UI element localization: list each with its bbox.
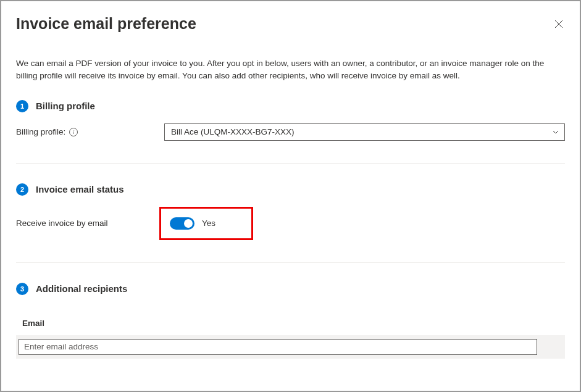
step-number-2: 2: [16, 183, 28, 196]
email-column-label: Email: [16, 311, 565, 335]
billing-profile-title: Billing profile: [36, 101, 95, 111]
toggle-value-text: Yes: [202, 219, 215, 228]
billing-profile-section: 1 Billing profile Billing profile: i Bil…: [1, 95, 580, 146]
chevron-down-icon: [552, 128, 559, 136]
page-title: Invoice email preference: [16, 15, 196, 33]
toggle-knob: [184, 219, 193, 228]
billing-profile-dropdown[interactable]: Bill Ace (ULQM-XXXX-BG7-XXX): [164, 123, 565, 141]
highlight-box: Yes: [159, 207, 253, 240]
billing-profile-label: Billing profile:: [16, 127, 65, 136]
email-input[interactable]: [19, 339, 537, 355]
info-icon[interactable]: i: [69, 128, 78, 136]
email-input-row: [16, 335, 565, 359]
receive-invoice-label: Receive invoice by email: [16, 219, 159, 228]
additional-recipients-section: 3 Additional recipients: [1, 278, 580, 311]
divider: [16, 163, 565, 164]
close-icon: [554, 20, 563, 28]
close-button[interactable]: [553, 18, 565, 30]
step-number-3: 3: [16, 283, 28, 295]
invoice-email-status-section: 2 Invoice email status Receive invoice b…: [1, 178, 580, 245]
description-text: We can email a PDF version of your invoi…: [1, 38, 580, 95]
billing-profile-value: Bill Ace (ULQM-XXXX-BG7-XXX): [171, 127, 295, 136]
divider: [16, 262, 565, 263]
step-number-1: 1: [16, 100, 28, 112]
invoice-email-status-title: Invoice email status: [36, 184, 124, 194]
additional-recipients-title: Additional recipients: [36, 283, 127, 294]
receive-invoice-toggle[interactable]: [170, 217, 194, 230]
